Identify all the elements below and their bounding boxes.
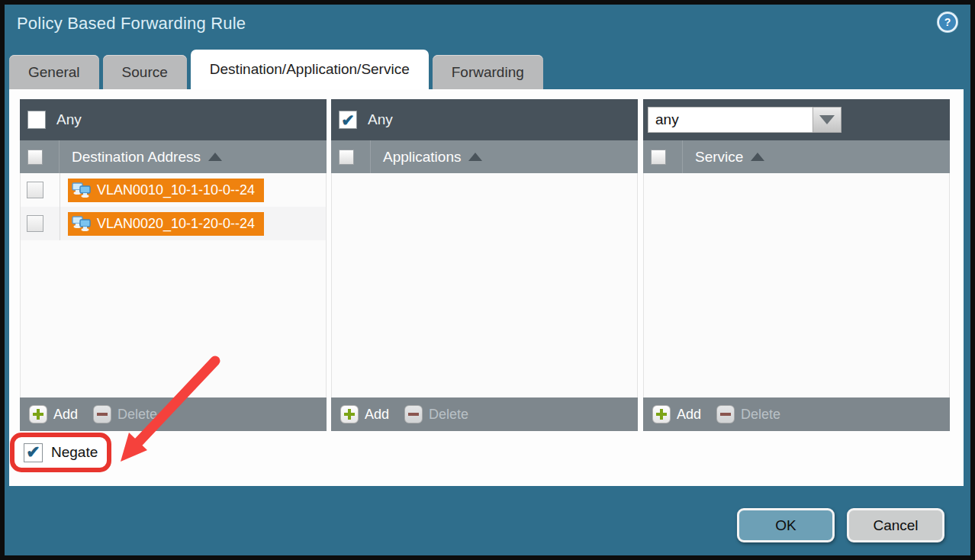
service-column-label[interactable]: Service xyxy=(683,140,764,173)
plus-icon xyxy=(29,405,47,423)
tab-content: Any Destination Address xyxy=(9,89,964,486)
dialog-title: Policy Based Forwarding Rule xyxy=(17,14,246,34)
add-button[interactable]: Add xyxy=(652,405,701,423)
add-button[interactable]: Add xyxy=(340,405,389,423)
service-dropdown-button[interactable] xyxy=(812,107,841,133)
negate-checkbox[interactable]: ✔ xyxy=(24,443,43,462)
destination-column-label[interactable]: Destination Address xyxy=(60,140,222,173)
minus-icon xyxy=(93,405,111,423)
tab-bar: General Source Destination/Application/S… xyxy=(9,50,543,89)
applications-list xyxy=(331,173,638,397)
sort-ascending-icon xyxy=(751,153,764,161)
applications-select-all-checkbox[interactable] xyxy=(339,150,354,165)
applications-column-label[interactable]: Applications xyxy=(371,140,482,173)
add-button[interactable]: Add xyxy=(29,405,78,423)
applications-any-checkbox[interactable]: ✔ xyxy=(339,111,357,129)
help-icon[interactable]: ? xyxy=(937,11,958,33)
policy-dialog-window: Policy Based Forwarding Rule ? General S… xyxy=(0,0,975,560)
sort-ascending-icon xyxy=(208,153,222,161)
delete-button[interactable]: Delete xyxy=(404,405,468,423)
service-any-header: any xyxy=(643,99,950,140)
negate-annotation-box: ✔ Negate xyxy=(10,433,111,472)
tab-general[interactable]: General xyxy=(9,55,99,89)
tab-forwarding[interactable]: Forwarding xyxy=(433,55,543,89)
applications-toolbar: Add Delete xyxy=(331,397,638,431)
ok-button[interactable]: OK xyxy=(737,508,835,542)
service-panel: any Service xyxy=(643,99,950,431)
delete-button[interactable]: Delete xyxy=(716,405,780,423)
destination-column-header: Destination Address xyxy=(20,140,327,173)
minus-icon xyxy=(404,405,423,423)
sort-ascending-icon xyxy=(468,153,482,161)
tab-source[interactable]: Source xyxy=(103,55,187,89)
destination-any-label: Any xyxy=(56,111,82,128)
applications-any-label: Any xyxy=(368,111,393,128)
service-list xyxy=(643,173,950,397)
network-icon xyxy=(72,181,92,199)
address-object-name: VLAN0010_10-1-10-0--24 xyxy=(97,182,255,198)
table-row[interactable]: VLAN0010_10-1-10-0--24 xyxy=(21,173,326,207)
table-row[interactable]: VLAN0020_10-1-20-0--24 xyxy=(21,207,326,240)
applications-any-header: ✔ Any xyxy=(331,99,638,140)
plus-icon xyxy=(340,405,359,423)
applications-column-header: Applications xyxy=(331,140,638,173)
destination-any-checkbox[interactable] xyxy=(27,111,46,129)
question-mark-icon: ? xyxy=(938,12,957,32)
row-checkbox[interactable] xyxy=(27,215,43,232)
chevron-down-icon xyxy=(819,115,835,124)
applications-panel: ✔ Any Applications Add xyxy=(331,99,638,431)
destination-any-header: Any xyxy=(20,99,327,140)
negate-label: Negate xyxy=(51,444,98,461)
delete-button[interactable]: Delete xyxy=(93,405,157,423)
service-dropdown-value: any xyxy=(648,107,812,133)
service-column-header: Service xyxy=(643,140,950,173)
destination-select-all-checkbox[interactable] xyxy=(27,150,43,165)
row-checkbox[interactable] xyxy=(27,182,43,198)
destination-address-panel: Any Destination Address xyxy=(20,99,327,431)
destination-address-list: VLAN0010_10-1-10-0--24 xyxy=(20,173,327,397)
plus-icon xyxy=(652,405,671,423)
cancel-button[interactable]: Cancel xyxy=(847,508,944,542)
policy-dialog: Policy Based Forwarding Rule ? General S… xyxy=(5,5,970,555)
service-select-all-checkbox[interactable] xyxy=(651,150,666,165)
tab-destination-application-service[interactable]: Destination/Application/Service xyxy=(191,50,429,89)
network-icon xyxy=(72,214,92,233)
address-object-name: VLAN0020_10-1-20-0--24 xyxy=(97,216,255,232)
service-toolbar: Add Delete xyxy=(643,397,950,431)
address-object-chip[interactable]: VLAN0010_10-1-10-0--24 xyxy=(68,179,264,202)
address-object-chip[interactable]: VLAN0020_10-1-20-0--24 xyxy=(68,212,264,236)
destination-toolbar: Add Delete xyxy=(20,397,327,431)
minus-icon xyxy=(716,405,735,423)
service-dropdown[interactable]: any xyxy=(648,107,841,133)
